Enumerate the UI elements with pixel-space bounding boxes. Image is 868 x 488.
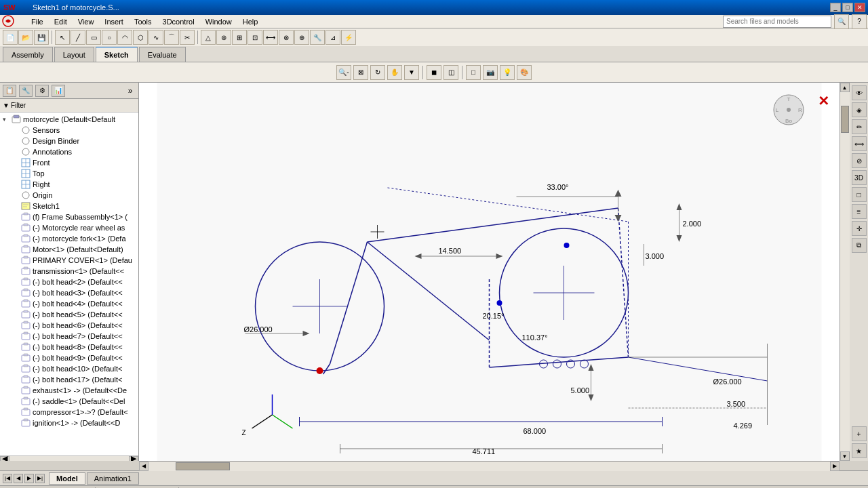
appearance-tool[interactable]: 🎨 bbox=[517, 65, 532, 80]
cmd-star-icon[interactable]: ★ bbox=[852, 443, 867, 458]
tree-item-19[interactable]: (-) bolt head<7> (Default<< bbox=[3, 331, 136, 342]
search-input[interactable] bbox=[723, 16, 831, 28]
tree-item-18[interactable]: (-) bolt head<6> (Default<< bbox=[3, 320, 136, 331]
scroll-down-button[interactable]: ▼ bbox=[840, 451, 850, 461]
view-filter[interactable]: ◫ bbox=[443, 65, 458, 80]
config-manager-icon[interactable]: ⚙ bbox=[35, 85, 49, 97]
canvas-area[interactable]: 33.00° 2.000 3.000 14.500 20.15° 110.37°… bbox=[139, 83, 840, 461]
minimize-button[interactable]: _ bbox=[830, 3, 841, 12]
tree-item-22[interactable]: (-) bolt head<10> (Default< bbox=[3, 363, 136, 374]
tree-item-0[interactable]: Sensors bbox=[3, 125, 136, 136]
tab-evaluate[interactable]: Evaluate bbox=[139, 47, 186, 62]
offset-tool[interactable]: ⊡ bbox=[248, 30, 262, 45]
tree-item-25[interactable]: (-) saddle<1> (Default<<Del bbox=[3, 396, 136, 407]
dim-tool[interactable]: ⊿ bbox=[326, 30, 340, 45]
cmd-copy-icon[interactable]: ⧉ bbox=[852, 238, 867, 253]
fillet-tool[interactable]: ⌒ bbox=[164, 30, 179, 45]
scroll-thumb[interactable] bbox=[841, 106, 849, 133]
rotate-view[interactable]: ↻ bbox=[370, 65, 385, 80]
rect-tool[interactable]: ▭ bbox=[86, 30, 101, 45]
tree-item-23[interactable]: (-) bolt head<17> (Default< bbox=[3, 374, 136, 385]
tree-item-9[interactable]: (-) Motorcycle rear wheel as bbox=[3, 222, 136, 233]
cmd-3d-icon[interactable]: 3D bbox=[852, 170, 867, 185]
tree-item-6[interactable]: Origin bbox=[3, 190, 136, 201]
bottom-tab-animation1[interactable]: Animation1 bbox=[87, 472, 139, 485]
menu-edit[interactable]: Edit bbox=[49, 17, 73, 26]
circle-tool[interactable]: ○ bbox=[102, 30, 117, 45]
intersect-tool[interactable]: ⊗ bbox=[279, 30, 294, 45]
tree-scroll-right[interactable]: ▶ bbox=[129, 456, 138, 462]
tree-item-14[interactable]: (-) bolt head<2> (Default<< bbox=[3, 277, 136, 287]
tree-item-20[interactable]: (-) bolt head<8> (Default<< bbox=[3, 342, 136, 352]
cmd-feature-icon[interactable]: ◈ bbox=[852, 102, 867, 117]
restore-button[interactable]: □ bbox=[842, 3, 853, 12]
hscroll-thumb[interactable] bbox=[176, 462, 230, 470]
pan-tool[interactable]: ✋ bbox=[387, 65, 402, 80]
cmd-relation-icon[interactable]: ⊘ bbox=[852, 153, 867, 168]
new-button[interactable]: 📄 bbox=[3, 30, 18, 45]
tree-item-12[interactable]: PRIMARY COVER<1> (Defau bbox=[3, 255, 136, 266]
tab-layout[interactable]: Layout bbox=[54, 47, 94, 62]
cmd-move-icon[interactable]: ✛ bbox=[852, 221, 867, 236]
tree-item-26[interactable]: compressor<1>->? (Default< bbox=[3, 407, 136, 418]
pattern-tool[interactable]: ⊞ bbox=[232, 30, 247, 45]
tab-prev-button[interactable]: ◀ bbox=[14, 474, 23, 483]
cmd-sketch-icon[interactable]: ✏ bbox=[852, 119, 867, 134]
zoom-out-tool[interactable]: 🔍- bbox=[336, 65, 351, 80]
close-button[interactable]: ✕ bbox=[854, 3, 865, 12]
tab-assembly[interactable]: Assembly bbox=[3, 47, 53, 62]
menu-window[interactable]: Window bbox=[200, 17, 237, 26]
tree-item-5[interactable]: Right bbox=[3, 179, 136, 190]
bottom-tab-model[interactable]: Model bbox=[49, 472, 85, 485]
tree-item-24[interactable]: exhaust<1> -> (Default<<De bbox=[3, 385, 136, 396]
cmd-add-icon[interactable]: + bbox=[852, 426, 867, 441]
zoom-to-fit[interactable]: ⊠ bbox=[353, 65, 368, 80]
spline-tool[interactable]: ∿ bbox=[149, 30, 163, 45]
feature-manager-icon[interactable]: 📋 bbox=[3, 85, 16, 97]
cmd-display-icon[interactable]: □ bbox=[852, 187, 867, 202]
hscroll-track[interactable] bbox=[149, 462, 830, 471]
tree-item-8[interactable]: (f) Frame Subassembly<1> ( bbox=[3, 211, 136, 222]
close-annotation-button[interactable]: ✕ bbox=[818, 93, 829, 109]
menu-insert[interactable]: Insert bbox=[99, 17, 129, 26]
help-question-button[interactable]: ? bbox=[852, 14, 867, 29]
tree-item-16[interactable]: (-) bolt head<4> (Default<< bbox=[3, 298, 136, 309]
construction-tool[interactable]: △ bbox=[201, 30, 216, 45]
select-tool[interactable]: ↖ bbox=[55, 30, 70, 45]
mirror-tool[interactable]: ⊛ bbox=[216, 30, 231, 45]
tree-item-27[interactable]: ignition<1> -> (Default<<D bbox=[3, 418, 136, 428]
repair-tool[interactable]: 🔧 bbox=[310, 30, 325, 45]
tree-item-1[interactable]: Design Binder bbox=[3, 136, 136, 146]
search-button[interactable]: 🔍 bbox=[834, 14, 849, 29]
polygon-tool[interactable]: ⬡ bbox=[133, 30, 148, 45]
tree-item-3[interactable]: Front bbox=[3, 157, 136, 168]
scroll-left-button[interactable]: ◀ bbox=[139, 462, 149, 471]
menu-view[interactable]: View bbox=[73, 17, 100, 26]
cmd-dim-icon[interactable]: ⟺ bbox=[852, 136, 867, 151]
tree-item-7[interactable]: Sketch1 bbox=[3, 201, 136, 211]
tab-next-button[interactable]: ▶ bbox=[24, 474, 34, 483]
view-options[interactable]: ▼ bbox=[404, 65, 419, 80]
tree-item-13[interactable]: transmission<1> (Default<< bbox=[3, 266, 136, 277]
section-view[interactable]: □ bbox=[466, 65, 481, 80]
tab-first-button[interactable]: |◀ bbox=[3, 474, 12, 483]
trim-tool[interactable]: ✂ bbox=[180, 30, 195, 45]
tree-item-4[interactable]: Top bbox=[3, 168, 136, 179]
camera-view[interactable]: 📷 bbox=[483, 65, 498, 80]
tree-item-11[interactable]: Motor<1> (Default<Default) bbox=[3, 244, 136, 255]
tree-scroll-left[interactable]: ◀ bbox=[0, 456, 9, 462]
scroll-up-button[interactable]: ▲ bbox=[840, 83, 850, 92]
scroll-track[interactable] bbox=[840, 92, 850, 451]
cmd-align-icon[interactable]: ≡ bbox=[852, 204, 867, 219]
arc-tool[interactable]: ◠ bbox=[117, 30, 132, 45]
line-tool[interactable]: ╱ bbox=[71, 30, 85, 45]
rapid-sketch[interactable]: ⚡ bbox=[341, 30, 356, 45]
tree-item-15[interactable]: (-) bolt head<3> (Default<< bbox=[3, 287, 136, 298]
tree-item-10[interactable]: (-) motorcycle fork<1> (Defa bbox=[3, 233, 136, 244]
cmd-view-icon[interactable]: 👁 bbox=[852, 85, 867, 100]
project-tool[interactable]: ⊕ bbox=[294, 30, 309, 45]
convert-tool[interactable]: ⟷ bbox=[263, 30, 278, 45]
tab-sketch[interactable]: Sketch bbox=[96, 47, 138, 62]
display-style[interactable]: ◼ bbox=[427, 65, 441, 80]
menu-tools[interactable]: Tools bbox=[129, 17, 157, 26]
